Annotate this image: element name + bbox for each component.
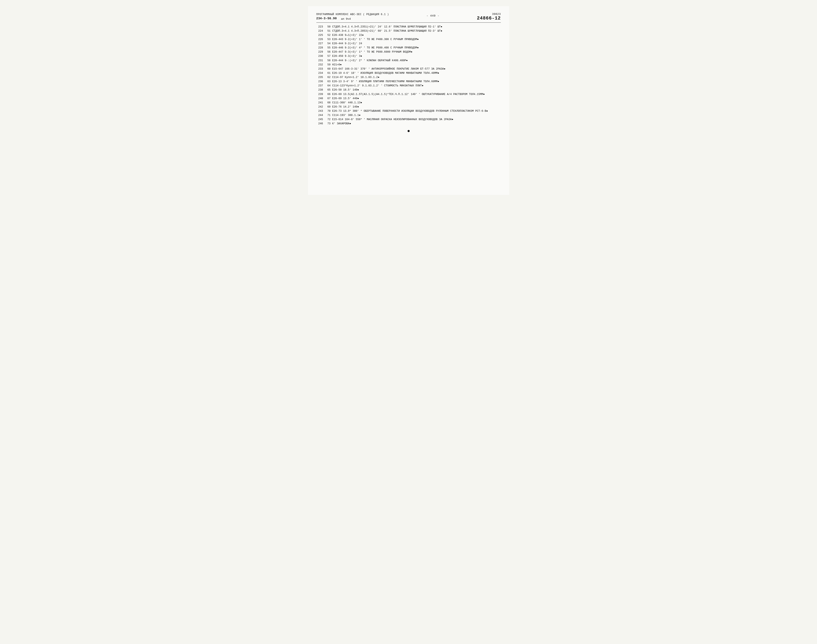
row-num2: 66 xyxy=(324,92,331,97)
page: ПРОГРАММНЫЙ КОМПЛЕКС АВС-ЗЕС ( РЕДАКЦИЯ … xyxy=(308,6,509,195)
row-num1: 243 xyxy=(316,109,324,113)
table-row: 23259Н21=0● xyxy=(316,63,501,67)
table-row: 22451СТДОП.3=4.1 4.3=П.2853(=21)' 60' 21… xyxy=(316,29,501,33)
table-row: 22653Е20-443 9₋2(=3)' 1' ' ТО ЖЕ Р400.30… xyxy=(316,37,501,41)
page-indicator: - 449 - xyxy=(426,12,440,17)
table-row: 23057Е20-450 9₋3(=3)' 3● xyxy=(316,54,501,58)
table-row: 24572Е15-614 164-8' 550* ' МАСЛЯНАЯ ОКРА… xyxy=(316,117,501,121)
table-row: 23562С114-97 Купп=1.2' 18.1.03.1.2● xyxy=(316,75,501,80)
row-num2: 55 xyxy=(324,46,331,50)
row-text: Е26-69 13.5' 440● xyxy=(331,97,501,101)
row-text: К' ЗАХАРОВА● xyxy=(331,121,501,126)
table-row: 23461Е26-19 4-6' 18' ' ИЗОЛЯЦИЯ ВОЗДУХОВ… xyxy=(316,71,501,75)
row-num2: 73 xyxy=(324,121,331,126)
row-num1: 225 xyxy=(316,33,324,37)
row-num1: 231 xyxy=(316,58,324,63)
row-num1: 226 xyxy=(316,37,324,41)
subtitle-line: 234-3-56.90 xyxy=(316,16,337,21)
row-text: Е20-450 9₋3(=3)' 3● xyxy=(331,54,501,58)
header-divider xyxy=(316,22,501,23)
subtitle-right: ап 9ч4 xyxy=(341,16,351,21)
row-text: С114-123*Купп=1.2' 9.1.03.1.2' ' СТОИМОС… xyxy=(331,84,501,88)
row-num1: 237 xyxy=(316,84,324,88)
row-num1: 236 xyxy=(316,80,324,84)
row-num2: 69 xyxy=(324,105,331,109)
row-num2: 57 xyxy=(324,54,331,58)
row-num1: 244 xyxy=(316,113,324,117)
row-num1: 245 xyxy=(316,117,324,121)
row-num2: 70 xyxy=(324,109,331,113)
row-num2: 67 xyxy=(324,97,331,101)
row-num2: 62 xyxy=(324,75,331,80)
row-text: С111-368' 448.1.13● xyxy=(331,101,501,105)
row-text: СТДОП.3=4.1 4.3=П.2853(=21)' 60' 21.5' П… xyxy=(331,29,501,33)
header-right: 39823 24866-12 xyxy=(477,12,501,21)
row-num1: 242 xyxy=(316,105,324,109)
row-num2: 61 xyxy=(324,71,331,75)
table-row: 24370Е26-73 13.9* 300' * ОБЕРТЫВАНИЕ ПОВ… xyxy=(316,109,501,113)
bullet-icon xyxy=(408,130,410,132)
row-text: Е26-76 14.2' 140● xyxy=(331,105,501,109)
row-num2: 52 xyxy=(324,33,331,37)
data-table: 22350СТДОП.3=4.1 4.3=П.2351(=21)' 24' 12… xyxy=(316,25,501,126)
row-text: Е26-13 3-4' 9' ' ИЗОЛЯЦИЯ ПЛИТАМИ ПОЛУЖЕ… xyxy=(331,80,501,84)
row-num2: 72 xyxy=(324,117,331,121)
table-row: 22855Е20-446 9₋2(=3)' 4* ' ТО ЖЕ Р600.40… xyxy=(316,46,501,50)
row-num1: 224 xyxy=(316,29,324,33)
row-text: Е20-447 9₋3(=3)' 1* ' ТО ЖЕ Р600.6000 РУ… xyxy=(331,50,501,54)
page-header: ПРОГРАММНЫЙ КОМПЛЕКС АВС-ЗЕС ( РЕДАКЦИЯ … xyxy=(316,12,501,21)
table-row: 23764С114-123*Купп=1.2' 9.1.03.1.2' ' СТ… xyxy=(316,84,501,88)
row-text: Е20-438 9₄1(=3)' 22● xyxy=(331,33,501,37)
doc-number: 24866-12 xyxy=(477,16,501,21)
table-row: 23865Е26-50 18.5' 140● xyxy=(316,88,501,92)
row-text: Е15-647 166-3-31' 370' ' АНТИКОРРОЗИЙНОЕ… xyxy=(331,67,501,71)
row-num2: 64 xyxy=(324,84,331,88)
table-row: 22350СТДОП.3=4.1 4.3=П.2351(=21)' 24' 12… xyxy=(316,25,501,29)
row-num2: 68 xyxy=(324,101,331,105)
title-line: ПРОГРАММНЫЙ КОМПЛЕКС АВС-ЗЕС ( РЕДАКЦИЯ … xyxy=(316,12,389,16)
row-text: Е20-444 9₋2(=3)' 24 xyxy=(331,41,501,46)
table-row: 23663Е26-13 3-4' 9' ' ИЗОЛЯЦИЯ ПЛИТАМИ П… xyxy=(316,80,501,84)
row-num1: 229 xyxy=(316,50,324,54)
table-row: 24168С111-368' 448.1.13● xyxy=(316,101,501,105)
row-num2: 60 xyxy=(324,67,331,71)
row-text: С114-97 Купп=1.2' 18.1.03.1.2● xyxy=(331,75,501,80)
table-row: 23158Е20-444 9₋:(=3)' 2* ' КЛАПАН ОБРАТН… xyxy=(316,58,501,63)
row-text: Е26-73 13.9* 300' * ОБЕРТЫВАНИЕ ПОВЕРХНО… xyxy=(331,109,501,113)
row-text: СТДОП.3=4.1 4.3=П.2351(=21)' 24' 12.6' П… xyxy=(331,25,501,29)
row-num2: 71 xyxy=(324,113,331,117)
table-row: 24471С114-193' 388.1.1● xyxy=(316,113,501,117)
row-num1: 228 xyxy=(316,46,324,50)
row-num2: 56 xyxy=(324,50,331,54)
row-text: С114-193' 388.1.1● xyxy=(331,113,501,117)
row-text: Е26-19 4-6' 18' ' ИЗОЛЯЦИЯ ВОЗДУХОВОДОВ … xyxy=(331,71,501,75)
table-row: 24269Е26-76 14.2' 140● xyxy=(316,105,501,109)
header-left: ПРОГРАММНЫЙ КОМПЛЕКС АВС-ЗЕС ( РЕДАКЦИЯ … xyxy=(316,12,389,21)
row-num2: 65 xyxy=(324,88,331,92)
row-num1: 246 xyxy=(316,121,324,126)
table-row: 23966Е26-69 13.5(А2.1.5Т(А3.1.5)(А4.1.5)… xyxy=(316,92,501,97)
row-text: Е26-50 18.5' 140● xyxy=(331,88,501,92)
row-num1: 239 xyxy=(316,92,324,97)
row-text: Е20-444 9₋:(=3)' 2* ' КЛАПАН ОБРАТНЫЙ К4… xyxy=(331,58,501,63)
row-text: Н21=0● xyxy=(331,63,501,67)
table-row: 22552Е20-438 9₄1(=3)' 22● xyxy=(316,33,501,37)
page-number-top: 39823 xyxy=(492,12,501,16)
table-row: 22956Е20-447 9₋3(=3)' 1* ' ТО ЖЕ Р600.60… xyxy=(316,50,501,54)
row-num1: 223 xyxy=(316,25,324,29)
table-row: 22754Е20-444 9₋2(=3)' 24 xyxy=(316,41,501,46)
row-num1: 238 xyxy=(316,88,324,92)
row-num1: 235 xyxy=(316,75,324,80)
row-num1: 232 xyxy=(316,63,324,67)
row-num1: 230 xyxy=(316,54,324,58)
row-num1: 240 xyxy=(316,97,324,101)
row-num2: 59 xyxy=(324,63,331,67)
row-text: Е15-614 164-8' 550* ' МАСЛЯНАЯ ОКРАСКА Н… xyxy=(331,117,501,121)
row-num1: 227 xyxy=(316,41,324,46)
row-num2: 50 xyxy=(324,25,331,29)
table-row: 24673К' ЗАХАРОВА● xyxy=(316,121,501,126)
table-row: 23360Е15-647 166-3-31' 370' ' АНТИКОРРОЗ… xyxy=(316,67,501,71)
center-bullet xyxy=(316,126,501,134)
row-text: Е20-446 9₋2(=3)' 4* ' ТО ЖЕ Р600.400 С Р… xyxy=(331,46,501,50)
row-text: Е26-69 13.5(А2.1.5Т(А3.1.5)(А4.1.5)*ТЕХ.… xyxy=(331,92,501,97)
